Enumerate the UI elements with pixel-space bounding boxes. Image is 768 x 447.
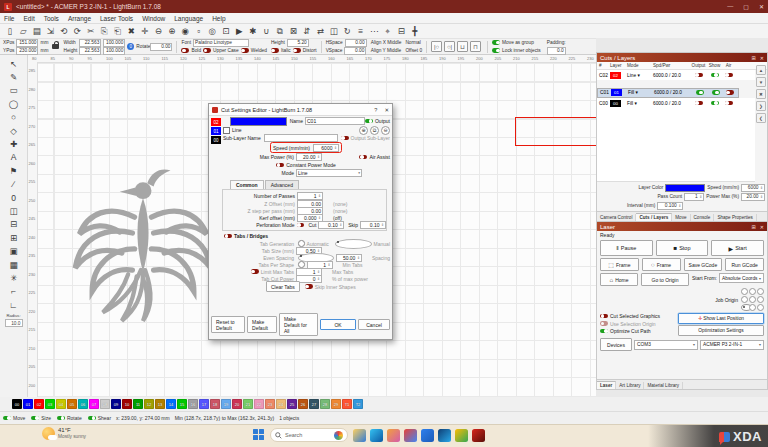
bold-toggle[interactable]	[181, 48, 189, 53]
outlook-icon[interactable]	[438, 429, 451, 442]
palette-color-11[interactable]: 11	[133, 399, 143, 409]
xpos-field[interactable]: 151.000	[16, 39, 38, 47]
palette-color-14[interactable]: 14	[166, 399, 176, 409]
tab-art-library[interactable]: Art Library	[616, 382, 644, 389]
palette-color-T1[interactable]: T1	[342, 399, 352, 409]
text-normal-select[interactable]: Normal	[405, 40, 422, 45]
hspace-field[interactable]: 0.00	[345, 39, 367, 47]
close-panel-icon[interactable]: ✕	[760, 55, 764, 61]
move-toggle[interactable]	[3, 416, 11, 421]
height-field[interactable]: 22.563	[79, 47, 101, 55]
draw-lines-tool[interactable]: ✎	[3, 70, 25, 83]
home-button[interactable]: ⌂Home	[600, 273, 638, 286]
dialog-layer-chip-02[interactable]: 02	[211, 118, 221, 126]
palette-color-10[interactable]: 10	[122, 399, 132, 409]
cuts-layers-header[interactable]: Cuts / Layers ⊞ ✕	[597, 53, 767, 62]
power-max-field[interactable]: 20.00⇕	[741, 193, 765, 201]
dialog-layer-chip-00[interactable]: 00	[211, 136, 221, 144]
radius-field[interactable]: 10.0	[5, 319, 23, 327]
boolean-intersection-tool[interactable]: ⊞	[3, 231, 25, 244]
palette-color-22[interactable]: 22	[254, 399, 264, 409]
menu-window[interactable]: Window	[142, 15, 165, 22]
frame-circle-button[interactable]: ◌Frame	[642, 258, 681, 271]
palette-color-24[interactable]: 24	[276, 399, 286, 409]
weather-widget[interactable]: 41°F Mostly sunny	[42, 427, 86, 440]
pan-tool-icon[interactable]: ✛	[138, 25, 152, 37]
width-percent-field[interactable]: 100.000	[103, 39, 125, 47]
edge-icon[interactable]	[370, 429, 383, 442]
ypos-field[interactable]: 230.000	[16, 47, 38, 55]
job-origin-radio-0-2[interactable]	[757, 288, 764, 295]
job-origin-radio-0-1[interactable]	[749, 288, 756, 295]
tab-camera-control[interactable]: Camera Control	[597, 214, 636, 221]
distribute-icon[interactable]: ⋯	[368, 25, 382, 37]
limit-max-tabs-toggle[interactable]	[251, 269, 259, 274]
prev-page-button[interactable]: ❮	[756, 113, 766, 123]
menu-tools[interactable]: Tools	[44, 15, 59, 22]
minimize-button[interactable]: —	[727, 3, 733, 10]
position-laser-tool[interactable]: ⚑	[3, 164, 25, 177]
distribute-v-icon[interactable]: ○|	[444, 41, 455, 52]
menu-arrange[interactable]: Arrange	[68, 15, 91, 22]
palette-color-15[interactable]: 15	[177, 399, 187, 409]
show-toggle[interactable]	[712, 90, 720, 95]
perforation-toggle[interactable]	[297, 223, 305, 228]
move-as-group-toggle[interactable]	[492, 40, 500, 45]
palette-color-19[interactable]: 19	[221, 399, 231, 409]
layer-row-C00[interactable]: C0000Fill ▾6000.0 / 20.0	[597, 98, 755, 108]
move-layer-down-button[interactable]: ▼	[756, 77, 766, 87]
dialog-title-bar[interactable]: Cut Settings Editor - LightBurn 1.7.08 ?…	[209, 104, 392, 116]
measure-tool[interactable]: ∕	[3, 178, 25, 191]
dock-windows-icon[interactable]: ⊟	[395, 25, 409, 37]
next-page-button[interactable]: ❯	[756, 101, 766, 111]
palette-color-05[interactable]: 05	[67, 399, 77, 409]
corner-radius-tool-tool[interactable]: ⌐	[3, 285, 25, 298]
palette-color-T2[interactable]: T2	[353, 399, 363, 409]
width-field[interactable]: 22.563	[79, 39, 101, 47]
air-toggle[interactable]	[725, 73, 733, 78]
mirror-icon[interactable]: ◫	[327, 25, 341, 37]
palette-color-28[interactable]: 28	[320, 399, 330, 409]
search-box[interactable]: Search	[270, 428, 348, 442]
palette-color-17[interactable]: 17	[199, 399, 209, 409]
move-layer-up-button[interactable]: ▲	[756, 65, 766, 75]
font-height-field[interactable]: 5.20	[287, 39, 309, 47]
lock-aspect-icon[interactable]	[52, 44, 59, 49]
redo-icon[interactable]: ⟳	[71, 25, 85, 37]
cut-selected-graphics-toggle[interactable]	[600, 314, 608, 319]
preview-play-icon[interactable]: ▶	[233, 25, 247, 37]
palette-color-07[interactable]: 07	[89, 399, 99, 409]
close-panel-icon[interactable]: ✕	[760, 224, 764, 230]
delete-icon[interactable]: ✖	[125, 25, 139, 37]
optimization-settings-button[interactable]: Optimization Settings	[678, 325, 764, 336]
lock-inner-objects-toggle[interactable]	[492, 48, 500, 53]
align-icon[interactable]: ≡	[354, 25, 368, 37]
tab-move[interactable]: Move	[672, 214, 690, 221]
distribute-h-icon[interactable]: |○	[431, 41, 442, 52]
cancel-button[interactable]: Cancel	[358, 319, 390, 330]
layer-color-swatch[interactable]: 02	[610, 72, 627, 79]
layer-mode-select[interactable]: Fill ▾	[627, 101, 653, 106]
ungroup-icon[interactable]: ⊠	[287, 25, 301, 37]
go-to-origin-button[interactable]: Go to Origin	[641, 273, 689, 286]
ok-button[interactable]: OK	[320, 319, 356, 330]
palette-color-16[interactable]: 16	[188, 399, 198, 409]
output-toggle[interactable]	[695, 73, 703, 78]
pack-icon[interactable]: ⊓	[470, 41, 481, 52]
undock-icon[interactable]: ⊞	[752, 55, 756, 61]
device-select[interactable]: ACMER P3 2-IN-1▾	[700, 340, 764, 350]
boolean-union-tool[interactable]: ◫	[3, 204, 25, 217]
palette-color-18[interactable]: 18	[210, 399, 220, 409]
align-y-select[interactable]: Align Y Middle	[371, 48, 402, 53]
palette-color-09[interactable]: 09	[111, 399, 121, 409]
job-origin-radio-2-2[interactable]	[757, 304, 764, 311]
lightburn-icon[interactable]	[472, 429, 485, 442]
corner-fillet-tool-tool[interactable]: ∟	[3, 298, 25, 311]
select-rectangle-icon[interactable]: ▫	[192, 25, 206, 37]
cut-shapes-tool[interactable]: ▣	[3, 244, 25, 257]
font-select[interactable]: Palatino Linotype	[193, 39, 249, 47]
flip-horizontal-icon[interactable]: ⇄	[314, 25, 328, 37]
polygon-tool[interactable]: ◇	[3, 124, 25, 137]
dialog-close-button[interactable]: ✕	[384, 107, 389, 113]
selected-red-rectangle[interactable]	[515, 117, 596, 146]
